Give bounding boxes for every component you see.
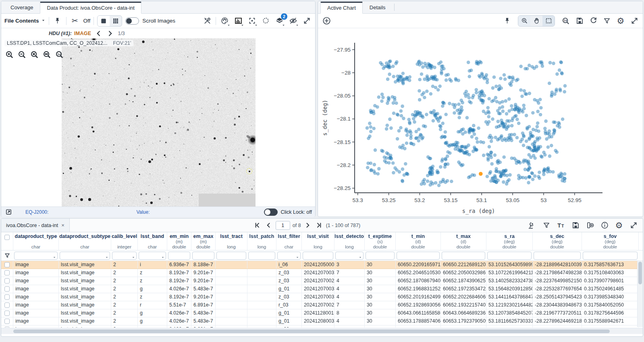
row-checkbox[interactable] xyxy=(1,317,13,325)
table-save-icon[interactable] xyxy=(570,220,581,231)
scatter-chart[interactable]: 53.353.2553.253.1553.153.055352.95−27.95… xyxy=(318,28,643,216)
table-tab[interactable]: ivoa.ObsCore - data-int × xyxy=(1,219,70,232)
recenter-icon[interactable] xyxy=(247,16,257,26)
filter-input-em_max[interactable] xyxy=(192,252,214,260)
column-header-dataproduct_type[interactable]: dataproduct_type char xyxy=(13,232,59,250)
column-header-t_max[interactable]: t_max(d)double xyxy=(441,232,486,250)
column-header-em_max[interactable]: em_max(m)double xyxy=(191,232,216,250)
column-header-s_dec[interactable]: s_dec(deg)double xyxy=(533,232,582,250)
table-row[interactable]: imagelsst.visit_image2g4.026e-75.483e-7g… xyxy=(1,309,643,317)
column-header-lsst_band[interactable]: lsst_band char xyxy=(138,232,167,250)
select-all-checkbox[interactable] xyxy=(1,232,13,250)
column-header-s_ra[interactable]: s_ra(deg)double xyxy=(486,232,533,250)
zoom-in-icon[interactable] xyxy=(4,50,14,59)
table-row[interactable]: imagelsst.visit_image2g4.026e-75.483e-7g… xyxy=(1,317,643,325)
row-checkbox[interactable] xyxy=(1,309,13,317)
fits-image[interactable] xyxy=(62,38,256,206)
column-header-lsst_patch[interactable]: lsst_patch long xyxy=(247,232,276,250)
table-expand-icon[interactable] xyxy=(628,220,639,231)
chart-zoom-icon[interactable] xyxy=(518,16,530,26)
column-header-t_exptime[interactable]: t_exptime(s)double xyxy=(365,232,396,250)
tab-details[interactable]: Details xyxy=(363,1,393,13)
add-column-icon[interactable] xyxy=(585,220,595,231)
scatter-points[interactable] xyxy=(366,60,567,187)
chart-settings-icon[interactable]: ⚙ xyxy=(615,16,626,26)
color-palette-icon[interactable] xyxy=(219,16,230,26)
cutout-scissors-icon[interactable]: ✂ xyxy=(70,16,80,26)
add-chart-icon[interactable] xyxy=(321,16,332,26)
overlay-visibility-off-icon[interactable] xyxy=(288,16,298,26)
column-header-lsst_tract[interactable]: lsst_tract long xyxy=(216,232,247,250)
close-table-icon[interactable]: × xyxy=(61,222,64,228)
row-checkbox[interactable] xyxy=(1,293,13,301)
filter-funnel-icon[interactable] xyxy=(1,250,13,261)
popout-icon[interactable] xyxy=(4,208,12,216)
layers-icon[interactable]: 2 xyxy=(274,16,285,26)
column-header-lsst_detector[interactable]: lsst_detector long xyxy=(334,232,365,250)
table-vertical-scrollbar[interactable] xyxy=(637,261,643,327)
hdu-next-button[interactable] xyxy=(105,28,115,39)
filter-input-t_min[interactable] xyxy=(397,252,440,260)
tab-active-chart[interactable]: Active Chart xyxy=(320,2,363,14)
chevron-down-icon[interactable] xyxy=(296,254,299,260)
info-icon[interactable] xyxy=(599,220,610,231)
pin-image-button[interactable] xyxy=(52,16,63,26)
chart-save-icon[interactable] xyxy=(574,16,585,26)
tab-coverage[interactable]: Coverage xyxy=(4,1,40,13)
column-header-lsst_visit[interactable]: lsst_visit long xyxy=(302,232,334,250)
lasso-select-icon[interactable] xyxy=(260,16,271,26)
column-header-dataproduct_subtype[interactable]: dataproduct_subtype char xyxy=(59,232,111,250)
next-page-button[interactable] xyxy=(303,221,312,230)
filter-input-s_fov[interactable] xyxy=(583,252,638,260)
chart-expand-icon[interactable] xyxy=(629,16,640,26)
table-row[interactable]: imagelsst.visit_image2i6.936e-78.188e-7i… xyxy=(1,261,643,269)
tools-icon[interactable] xyxy=(202,16,212,26)
filter-input-s_ra[interactable] xyxy=(487,252,532,260)
zoom-fit-icon[interactable] xyxy=(29,50,39,59)
chart-select-icon[interactable] xyxy=(542,16,555,26)
column-header-lsst_filter[interactable]: lsst_filter char xyxy=(276,232,302,250)
chevron-down-icon[interactable] xyxy=(132,254,135,260)
table-row[interactable]: imagelsst.visit_image2z8.192e-79.201e-7z… xyxy=(1,325,643,327)
chart-refresh-icon[interactable] xyxy=(588,16,598,26)
column-header-t_min[interactable]: t_min(d)double xyxy=(396,232,441,250)
filter-input-lsst_visit[interactable] xyxy=(303,252,333,260)
single-view-button[interactable] xyxy=(98,16,110,26)
chart-pan-icon[interactable] xyxy=(530,16,542,26)
chevron-down-icon[interactable] xyxy=(161,254,164,260)
page-number-input[interactable] xyxy=(276,221,290,230)
column-header-s_fov[interactable]: s_fov(deg)double xyxy=(582,232,639,250)
expand-panel-icon[interactable] xyxy=(301,16,312,26)
row-checkbox[interactable] xyxy=(1,325,13,327)
column-header-calib_level[interactable]: calib_level integer xyxy=(111,232,138,250)
click-lock-toggle[interactable] xyxy=(264,209,278,216)
chevron-down-icon[interactable] xyxy=(105,254,108,260)
file-contents-dropdown[interactable]: File Contents xyxy=(4,18,46,24)
table-row[interactable]: imagelsst.visit_image2r5.51e-76.891e-7r_… xyxy=(1,301,643,309)
scroll-images-toggle[interactable] xyxy=(125,17,139,25)
fits-image-viewer[interactable]: LSST.DP1, LSSTComCam, CC_O_202412... FOV… xyxy=(1,38,315,206)
column-header-em_min[interactable]: em_min(m)double xyxy=(167,232,191,250)
table-row[interactable]: imagelsst.visit_image2z8.192e-79.201e-7z… xyxy=(1,269,643,277)
tab-data-product[interactable]: Data Product: ivoa.ObsCore - data-int xyxy=(40,2,141,14)
zoom-1x-icon[interactable]: 1x xyxy=(54,50,64,59)
filter-input-t_max[interactable] xyxy=(442,252,485,260)
filter-input-s_dec[interactable] xyxy=(534,252,581,260)
inspect-icon[interactable] xyxy=(527,220,537,231)
filter-input-t_exptime[interactable] xyxy=(366,252,395,260)
chart-filter-icon[interactable] xyxy=(602,16,612,26)
chart-zoom-original-icon[interactable]: 1x xyxy=(561,16,571,26)
zoom-out-icon[interactable] xyxy=(17,50,27,59)
table-row[interactable]: imagelsst.visit_image2z8.192e-79.201e-7z… xyxy=(1,277,643,285)
row-checkbox[interactable] xyxy=(1,285,13,293)
table-filter-icon[interactable] xyxy=(541,220,552,231)
filter-input-em_min[interactable] xyxy=(168,252,190,260)
table-row[interactable]: imagelsst.visit_image2z8.192e-79.201e-7z… xyxy=(1,293,643,301)
last-page-button[interactable] xyxy=(315,221,324,230)
row-checkbox[interactable] xyxy=(1,301,13,309)
row-checkbox[interactable] xyxy=(1,261,13,269)
text-view-icon[interactable]: TT xyxy=(556,220,566,231)
chevron-down-icon[interactable] xyxy=(359,254,362,260)
table-settings-icon[interactable]: ⚙ xyxy=(614,220,624,231)
grid-view-button[interactable] xyxy=(110,16,122,26)
